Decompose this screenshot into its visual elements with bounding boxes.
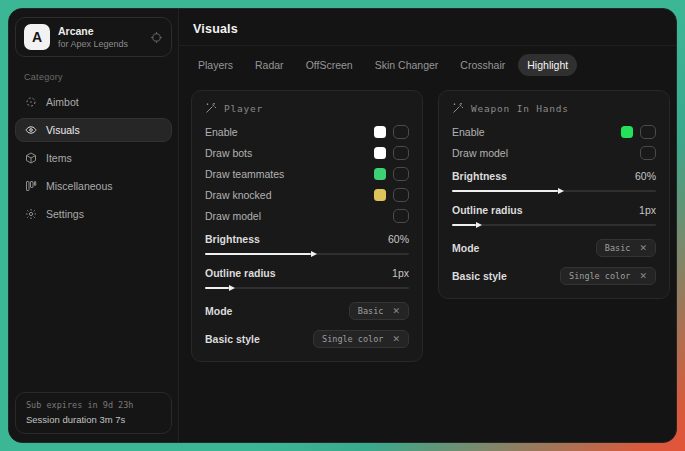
setting-label: Draw bots xyxy=(205,147,252,159)
slider-value: 60% xyxy=(388,233,409,245)
setting-label: Draw model xyxy=(452,147,508,159)
sub-expiry-text: Sub expires in 9d 23h xyxy=(26,400,161,410)
slider-fill xyxy=(452,190,558,192)
remove-tag-icon[interactable]: ✕ xyxy=(392,334,400,344)
sidebar-item-label: Items xyxy=(46,152,72,164)
setting-label: Basic style xyxy=(205,333,260,345)
target-icon xyxy=(25,96,37,108)
remove-tag-icon[interactable]: ✕ xyxy=(392,306,400,316)
brightness-slider[interactable] xyxy=(452,190,656,192)
checkbox[interactable] xyxy=(640,146,656,160)
setting-row-draw-teammates: Draw teammates xyxy=(205,167,409,181)
setting-label: Enable xyxy=(205,126,238,138)
slider-value: 1px xyxy=(392,267,409,279)
slider-value: 60% xyxy=(635,170,656,182)
tab-bar: Players Radar OffScreen Skin Changer Cro… xyxy=(179,46,677,80)
remove-tag-icon[interactable]: ✕ xyxy=(639,243,647,253)
setting-row-draw-bots: Draw bots xyxy=(205,146,409,160)
columns-icon xyxy=(25,180,37,192)
checkbox[interactable] xyxy=(393,167,409,181)
checkbox[interactable] xyxy=(393,209,409,223)
setting-label: Basic style xyxy=(452,270,507,282)
setting-label: Draw teammates xyxy=(205,168,284,180)
panel-title-text: Weapon In Hands xyxy=(471,103,569,114)
setting-row-mode: Mode Basic ✕ xyxy=(452,238,656,257)
slider-fill xyxy=(205,253,311,255)
setting-row-brightness: Brightness 60% xyxy=(205,233,409,255)
setting-label: Outline radius xyxy=(205,267,276,279)
sidebar-nav: Aimbot Visuals Items xyxy=(15,90,172,226)
tab-highlight[interactable]: Highlight xyxy=(518,54,577,76)
tab-skin-changer[interactable]: Skin Changer xyxy=(366,54,448,76)
sidebar-item-visuals[interactable]: Visuals xyxy=(15,118,172,142)
app-subtitle: for Apex Legends xyxy=(58,39,142,49)
tab-crosshair[interactable]: Crosshair xyxy=(451,54,514,76)
basic-style-tag[interactable]: Single color ✕ xyxy=(313,330,409,348)
basic-style-tag[interactable]: Single color ✕ xyxy=(560,267,656,285)
slider-fill xyxy=(205,287,229,289)
panel-player: Player Enable Draw bots xyxy=(191,90,423,362)
category-label: Category xyxy=(24,72,172,82)
color-swatch[interactable] xyxy=(621,126,633,138)
app-window: A Arcane for Apex Legends Category Aimbo… xyxy=(8,8,677,443)
wand-icon xyxy=(452,102,464,114)
setting-row-basic-style: Basic style Single color ✕ xyxy=(452,266,656,285)
panel-weapon-in-hands: Weapon In Hands Enable Draw model xyxy=(438,90,670,299)
checkbox[interactable] xyxy=(393,146,409,160)
setting-label: Draw knocked xyxy=(205,189,272,201)
mode-tag[interactable]: Basic ✕ xyxy=(349,302,409,320)
setting-row-enable: Enable xyxy=(205,125,409,139)
eye-icon xyxy=(25,124,37,136)
panel-header: Weapon In Hands xyxy=(452,102,656,114)
setting-row-outline-radius: Outline radius 1px xyxy=(205,267,409,289)
mode-tag[interactable]: Basic ✕ xyxy=(596,239,656,257)
sidebar-item-miscellaneous[interactable]: Miscellaneous xyxy=(15,174,172,198)
main-content: Visuals Players Radar OffScreen Skin Cha… xyxy=(179,9,677,442)
sidebar-item-aimbot[interactable]: Aimbot xyxy=(15,90,172,114)
tag-label: Basic xyxy=(358,306,384,316)
slider-fill xyxy=(452,224,476,226)
crosshair-icon[interactable] xyxy=(150,31,163,44)
sidebar-item-label: Aimbot xyxy=(46,96,79,108)
outline-radius-slider[interactable] xyxy=(452,224,656,226)
brightness-slider[interactable] xyxy=(205,253,409,255)
setting-label: Mode xyxy=(205,305,232,317)
checkbox[interactable] xyxy=(640,125,656,139)
sidebar-item-label: Miscellaneous xyxy=(46,180,113,192)
setting-label: Outline radius xyxy=(452,204,523,216)
app-name: Arcane xyxy=(58,25,142,37)
app-logo: A xyxy=(24,24,50,50)
setting-row-enable: Enable xyxy=(452,125,656,139)
color-swatch[interactable] xyxy=(374,147,386,159)
setting-row-draw-knocked: Draw knocked xyxy=(205,188,409,202)
setting-row-draw-model: Draw model xyxy=(452,146,656,160)
setting-label: Enable xyxy=(452,126,485,138)
tag-label: Basic xyxy=(605,243,631,253)
setting-row-draw-model: Draw model xyxy=(205,209,409,223)
color-swatch[interactable] xyxy=(374,168,386,180)
color-swatch[interactable] xyxy=(374,126,386,138)
setting-label: Brightness xyxy=(452,170,507,182)
checkbox[interactable] xyxy=(393,188,409,202)
setting-row-basic-style: Basic style Single color ✕ xyxy=(205,329,409,348)
sidebar-item-label: Settings xyxy=(46,208,84,220)
tag-label: Single color xyxy=(569,271,630,281)
tab-offscreen[interactable]: OffScreen xyxy=(297,54,362,76)
app-titles: Arcane for Apex Legends xyxy=(58,25,142,49)
remove-tag-icon[interactable]: ✕ xyxy=(639,271,647,281)
sidebar-item-items[interactable]: Items xyxy=(15,146,172,170)
checkbox[interactable] xyxy=(393,125,409,139)
sidebar-item-settings[interactable]: Settings xyxy=(15,202,172,226)
sidebar: A Arcane for Apex Legends Category Aimbo… xyxy=(9,9,179,442)
tab-players[interactable]: Players xyxy=(189,54,242,76)
wand-icon xyxy=(205,102,217,114)
main-header: Visuals xyxy=(179,9,677,46)
panels-area: Player Enable Draw bots xyxy=(179,80,677,372)
session-duration-text: Session duration 3m 7s xyxy=(26,414,161,425)
tab-radar[interactable]: Radar xyxy=(246,54,293,76)
setting-label: Brightness xyxy=(205,233,260,245)
setting-row-brightness: Brightness 60% xyxy=(452,170,656,192)
outline-radius-slider[interactable] xyxy=(205,287,409,289)
sidebar-item-label: Visuals xyxy=(46,124,80,136)
color-swatch[interactable] xyxy=(374,189,386,201)
